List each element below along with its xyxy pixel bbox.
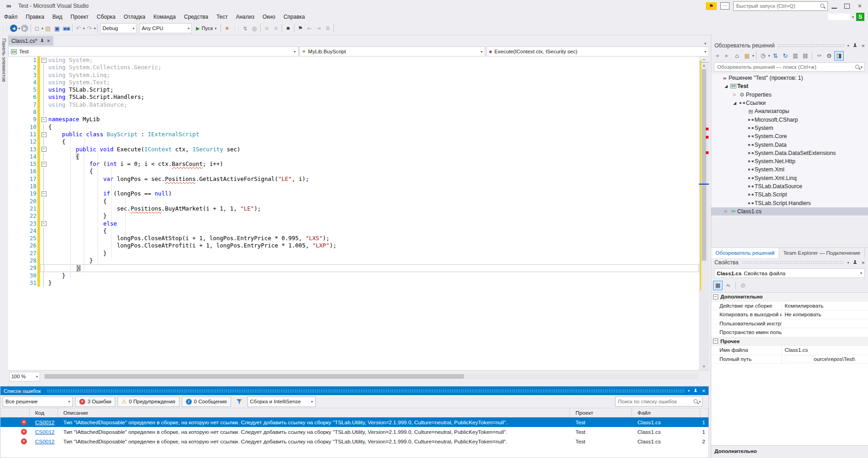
window-position-chevron-icon[interactable]: ▾	[688, 389, 689, 393]
quick-launch-input[interactable]	[735, 3, 820, 9]
breakpoint-margin[interactable]	[8, 101, 26, 108]
breakpoint-margin[interactable]	[8, 272, 26, 279]
menu-item-Сборка[interactable]: Сборка	[92, 12, 119, 21]
outlining-margin[interactable]	[40, 272, 47, 279]
tree-item[interactable]: TSLab.DataSource	[711, 182, 868, 190]
code-line[interactable]: 7using TSLab.DataSource;	[8, 101, 699, 108]
chevron-down-icon[interactable]: ▾	[18, 26, 20, 31]
forward-icon[interactable]	[722, 51, 732, 61]
outlining-margin[interactable]	[40, 138, 47, 145]
code-view-icon[interactable]	[814, 51, 824, 61]
breakpoint-margin[interactable]	[8, 72, 26, 79]
outlining-margin[interactable]	[40, 93, 47, 101]
menu-item-Отладка[interactable]: Отладка	[119, 12, 149, 21]
expand-arrow-icon[interactable]: ◢	[723, 84, 729, 88]
alphabetical-icon[interactable]	[724, 281, 733, 290]
properties-object-combo[interactable]: Class1.cs Свойства файла ▾	[714, 268, 865, 278]
property-value[interactable]: Компилировать	[782, 303, 868, 309]
redo-icon[interactable]	[85, 24, 94, 33]
doc-copy-icon[interactable]	[791, 51, 800, 61]
outlining-margin[interactable]	[40, 124, 47, 131]
breakpoint-margin[interactable]	[8, 220, 26, 227]
menu-item-Правка[interactable]: Правка	[22, 12, 49, 21]
tree-item[interactable]: TSLab.Script	[711, 190, 868, 199]
collapse-box-icon[interactable]: −	[41, 132, 46, 137]
collapse-assets-icon[interactable]	[742, 51, 752, 61]
outlining-margin[interactable]	[40, 108, 47, 116]
code-line[interactable]: 4using System.Text;	[8, 79, 699, 86]
properties-header[interactable]: Свойства ▾ ×	[711, 258, 868, 267]
code-line[interactable]: 30 }	[8, 272, 699, 279]
nav-member-combo[interactable]: ◆ Execute(IContext ctx, ISecurity sec) ▾	[486, 46, 709, 57]
timer-icon[interactable]	[758, 51, 768, 61]
breakpoint-margin[interactable]	[8, 183, 26, 190]
expand-arrow-icon[interactable]: ▷	[731, 93, 738, 97]
outlining-margin[interactable]	[40, 257, 47, 264]
tab-overflow-chevron-icon[interactable]: ▾	[704, 41, 709, 46]
code-line[interactable]: 12 {	[8, 138, 699, 145]
outlining-margin[interactable]	[40, 101, 47, 108]
column-header-severity[interactable]	[0, 408, 30, 417]
outlining-margin[interactable]	[40, 64, 47, 71]
breakpoint-margin[interactable]	[8, 175, 26, 183]
refresh-icon[interactable]	[781, 51, 790, 61]
chevron-down-icon[interactable]: ▾	[94, 26, 96, 31]
scope-filter-combo[interactable]: Все решение ▾	[3, 396, 73, 407]
docs-copy-icon[interactable]	[801, 51, 810, 61]
collapse-box-icon[interactable]: −	[41, 58, 46, 63]
quick-launch-box[interactable]	[733, 1, 828, 11]
property-value[interactable]: Class1.cs	[782, 347, 868, 353]
bookmark-prev-icon[interactable]	[305, 24, 314, 33]
tree-item[interactable]: System.Data	[711, 140, 868, 149]
error-row[interactable]: CS0012Тип "IAttachedDisposable" определе…	[0, 437, 709, 446]
open-file-icon[interactable]	[43, 24, 52, 33]
breakpoint-margin[interactable]	[8, 153, 26, 160]
solution-explorer-header[interactable]: Обозреватель решений ▾ ×	[711, 41, 868, 50]
breakpoint-margin[interactable]	[8, 250, 26, 257]
breakpoint-margin[interactable]	[8, 198, 26, 205]
breakpoint-margin[interactable]	[8, 257, 26, 264]
package-icon[interactable]	[222, 24, 231, 33]
breakpoint-margin[interactable]	[8, 146, 26, 153]
collapse-box-icon[interactable]: −	[41, 221, 46, 226]
nav-forward-icon[interactable]	[21, 25, 28, 32]
breakpoint-margin[interactable]	[8, 227, 26, 235]
property-value[interactable]: ource\repos\Test\	[782, 355, 868, 362]
signin-avatar[interactable]: S	[856, 13, 864, 21]
panel-tab-solution-explorer[interactable]: Обозреватель решений	[711, 248, 779, 258]
error-list-header[interactable]: Список ошибок ▾ ×	[0, 386, 709, 395]
menu-item-Справка[interactable]: Справка	[279, 12, 309, 21]
tree-item[interactable]: Microsoft.CSharp	[711, 115, 868, 124]
grip-icon[interactable]	[231, 24, 241, 33]
error-row[interactable]: CS0012Тип "IAttachedDisposable" определе…	[0, 427, 709, 437]
collapse-box-icon[interactable]: −	[713, 294, 718, 299]
error-code-link[interactable]: CS0012	[35, 429, 55, 435]
collapse-box-icon[interactable]: −	[41, 191, 46, 196]
document-tab[interactable]: Class1.cs* ×	[8, 36, 53, 46]
chevron-down-icon[interactable]: ▾	[852, 15, 854, 19]
panel-tab-team-explorer[interactable]: Team Explorer — Подключение	[779, 248, 865, 258]
wrench-icon[interactable]	[824, 51, 834, 61]
filter-button[interactable]	[233, 396, 245, 407]
error-mark[interactable]	[706, 128, 709, 130]
column-header-Файл[interactable]: Файл	[632, 408, 700, 417]
tree-item[interactable]: TSLab.Script.Handlers	[711, 199, 868, 207]
scroll-down-icon[interactable]: ▼	[699, 364, 709, 370]
breakpoint-margin[interactable]	[8, 93, 26, 101]
code-line[interactable]: 8	[8, 108, 699, 116]
grip-icon[interactable]	[0, 24, 9, 33]
platform-combo[interactable]: Any CPU▾	[139, 23, 192, 33]
outlining-margin[interactable]	[41, 265, 48, 271]
warnings-toggle[interactable]: 0 Предупреждения	[118, 396, 179, 407]
editor-vertical-scrollbar[interactable]: ═ ▲ ▼	[699, 57, 709, 370]
toolbox-strip[interactable]: Панель элементов	[0, 35, 9, 386]
window-position-chevron-icon[interactable]: ▾	[847, 261, 849, 265]
breakpoint-margin[interactable]	[8, 131, 26, 138]
errors-toggle[interactable]: 3 Ошибки	[75, 396, 115, 407]
breakpoint-margin[interactable]	[8, 205, 26, 212]
menu-item-Тест[interactable]: Тест	[212, 12, 232, 21]
error-mark[interactable]	[706, 136, 709, 139]
tree-item[interactable]: System.Core	[711, 132, 868, 140]
save-all-icon[interactable]	[62, 24, 71, 33]
outlining-margin[interactable]	[40, 86, 47, 93]
